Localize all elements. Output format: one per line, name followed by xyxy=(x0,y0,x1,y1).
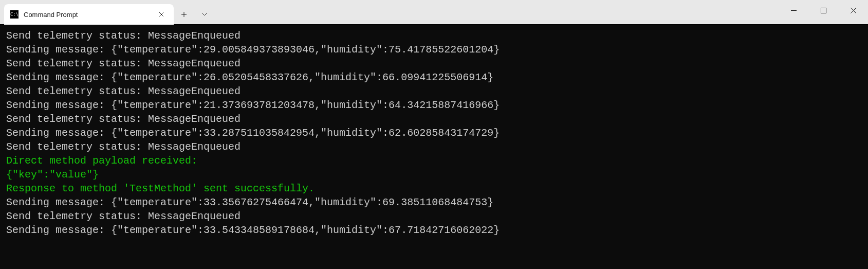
terminal-line: Send telemetry status: MessageEnqueued xyxy=(6,209,862,223)
tab-title: Command Prompt xyxy=(24,11,150,19)
terminal-line: Send telemetry status: MessageEnqueued xyxy=(6,57,862,70)
terminal-line: Send telemetry status: MessageEnqueued xyxy=(6,140,862,154)
chevron-down-icon xyxy=(202,13,207,16)
terminal-line: Sending message: {"temperature":33.54334… xyxy=(6,223,862,237)
maximize-button[interactable] xyxy=(808,0,838,21)
terminal-line: Direct method payload received: xyxy=(6,154,862,168)
terminal-line: Sending message: {"temperature":26.05205… xyxy=(6,70,862,84)
minimize-icon xyxy=(791,8,797,13)
terminal-line: Sending message: {"temperature":33.35676… xyxy=(6,195,862,209)
plus-icon xyxy=(181,11,187,17)
terminal-output[interactable]: Send telemetry status: MessageEnqueuedSe… xyxy=(0,25,868,269)
cmd-icon: C:\ xyxy=(10,10,19,19)
maximize-icon xyxy=(821,8,826,13)
window-controls xyxy=(779,0,868,21)
terminal-line: Send telemetry status: MessageEnqueued xyxy=(6,29,862,43)
terminal-line: Sending message: {"temperature":21.37369… xyxy=(6,98,862,112)
new-tab-button[interactable] xyxy=(174,4,194,25)
terminal-line: Send telemetry status: MessageEnqueued xyxy=(6,84,862,98)
tab-dropdown-button[interactable] xyxy=(194,4,215,25)
close-icon xyxy=(851,8,856,13)
close-window-button[interactable] xyxy=(838,0,868,21)
terminal-line: Send telemetry status: MessageEnqueued xyxy=(6,112,862,126)
svg-rect-0 xyxy=(821,8,826,13)
close-icon xyxy=(159,12,164,17)
title-bar: C:\ Command Prompt xyxy=(0,0,868,25)
terminal-line: Sending message: {"temperature":29.00584… xyxy=(6,43,862,57)
terminal-line: {"key":"value"} xyxy=(6,168,862,182)
tab-command-prompt[interactable]: C:\ Command Prompt xyxy=(4,4,174,25)
tab-close-button[interactable] xyxy=(155,8,168,21)
terminal-line: Sending message: {"temperature":33.28751… xyxy=(6,126,862,140)
terminal-line: Response to method 'TestMethod' sent suc… xyxy=(6,182,862,195)
minimize-button[interactable] xyxy=(779,0,808,21)
